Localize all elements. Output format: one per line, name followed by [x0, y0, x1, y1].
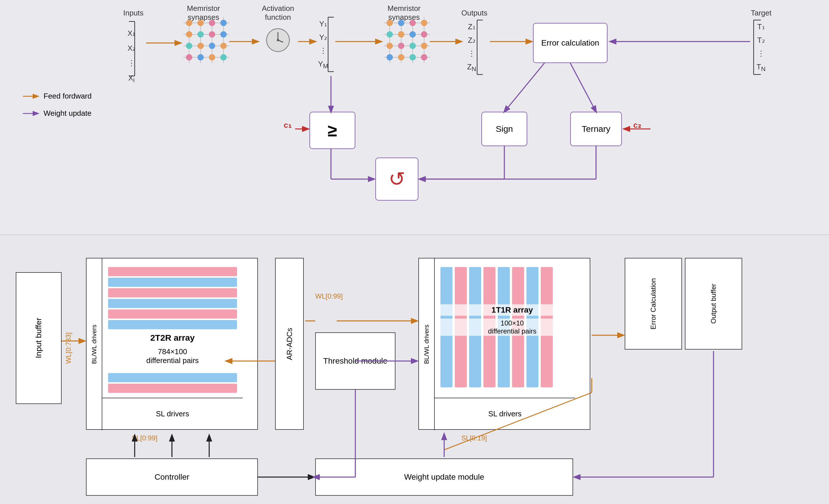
feed-forward-legend: Feed fordward [23, 92, 92, 101]
t-bracket [752, 19, 775, 76]
svg-line-74 [504, 63, 544, 112]
error-calc-bottom-box: Error Calculation [625, 258, 682, 350]
output-buffer-box: Output buffer [685, 258, 742, 350]
bl-wl-drivers1: BL/WL drivers [86, 258, 102, 430]
wl-99-label: WL[0:99] [315, 292, 343, 300]
array-1t1r-title: 1T1R array [438, 304, 587, 316]
bl-wl-drivers2: BL/WL drivers [419, 258, 435, 430]
threshold-module-box: Threshold module [315, 332, 395, 390]
svg-point-59 [421, 54, 427, 61]
array-hbars-bot [108, 373, 237, 394]
input-buffer-box: Input buffer [16, 272, 62, 404]
svg-point-19 [209, 31, 215, 38]
svg-point-20 [220, 31, 227, 38]
svg-point-49 [398, 31, 404, 38]
c1-label: c₁ [284, 120, 291, 130]
svg-point-48 [387, 31, 393, 38]
sl-99-label: SL[0:99] [132, 434, 157, 442]
memristor-grid-2 [384, 17, 430, 63]
wl-783-label: WL[0:783] [65, 332, 72, 364]
svg-point-17 [186, 31, 192, 38]
weight-update-box: Weight update module [315, 459, 573, 496]
ternary-box: Ternary [570, 112, 622, 146]
array-2t2r-title: 2T2R array [108, 333, 237, 343]
target-label: Target [751, 9, 771, 17]
svg-point-58 [409, 54, 416, 61]
controller-box: Controller [86, 459, 258, 496]
c2-label: c₂ [633, 120, 641, 130]
svg-point-21 [186, 43, 192, 49]
svg-line-73 [570, 63, 596, 112]
svg-point-54 [409, 43, 416, 49]
memristor-grid-1 [183, 17, 229, 63]
sl-drivers2: SL drivers [435, 398, 575, 429]
threshold-box: ≥ [310, 112, 355, 149]
array-2t2r-content: 2T2R array 784×100differential pairs [102, 258, 243, 399]
inputs-label: Inputs [123, 9, 144, 17]
ar-adcs-box: AR-ADCs [275, 258, 304, 430]
svg-point-28 [220, 54, 227, 61]
refresh-box: ↺ [375, 157, 418, 201]
memristor1-label: Memristorsynapses [175, 4, 232, 22]
svg-point-24 [220, 43, 227, 49]
svg-point-50 [409, 31, 416, 38]
error-calc-box: Error calculation [533, 23, 608, 63]
array-1t1r-outer: BL/WL drivers 1T1R array 100×10different… [418, 258, 590, 430]
svg-point-27 [209, 54, 215, 61]
top-panel: Feed fordward Weight update Inputs X₁X₂⋮… [0, 0, 829, 235]
outputs-label: Outputs [461, 9, 488, 17]
memristor2-label: Memristorsynapses [375, 4, 433, 22]
svg-point-53 [398, 43, 404, 49]
svg-point-22 [197, 43, 204, 49]
sl-drivers1: SL drivers [102, 398, 243, 429]
svg-point-23 [209, 43, 215, 49]
bottom-panel: Input buffer WL[0:783] BL/WL drivers 2T2… [0, 235, 829, 504]
sl-19-label: SL[0:19] [461, 434, 487, 442]
activation-label: Activationfunction [255, 4, 301, 22]
svg-point-57 [398, 54, 404, 61]
svg-point-18 [197, 31, 204, 38]
array-1t1r-size: 100×10differential pairs [438, 319, 587, 336]
feed-forward-label: Feed fordward [43, 92, 92, 101]
svg-point-52 [387, 43, 393, 49]
activation-icon [261, 23, 295, 57]
svg-point-25 [186, 54, 192, 61]
weight-update-legend: Weight update [23, 109, 92, 118]
y-bracket [314, 16, 337, 73]
sign-box: Sign [481, 112, 527, 146]
svg-point-51 [421, 31, 427, 38]
weight-update-label: Weight update [43, 109, 92, 118]
input-values: X₁X₂⋮Xi [128, 26, 135, 86]
svg-point-26 [197, 54, 204, 61]
svg-point-55 [421, 43, 427, 49]
svg-point-56 [387, 54, 393, 61]
svg-point-32 [277, 39, 279, 41]
array-hbars [108, 267, 237, 332]
array-2t2r-size: 784×100differential pairs [108, 347, 237, 365]
z-bracket [463, 19, 486, 76]
array-2t2r-outer: BL/WL drivers 2T2R array 784×100differen… [86, 258, 258, 430]
